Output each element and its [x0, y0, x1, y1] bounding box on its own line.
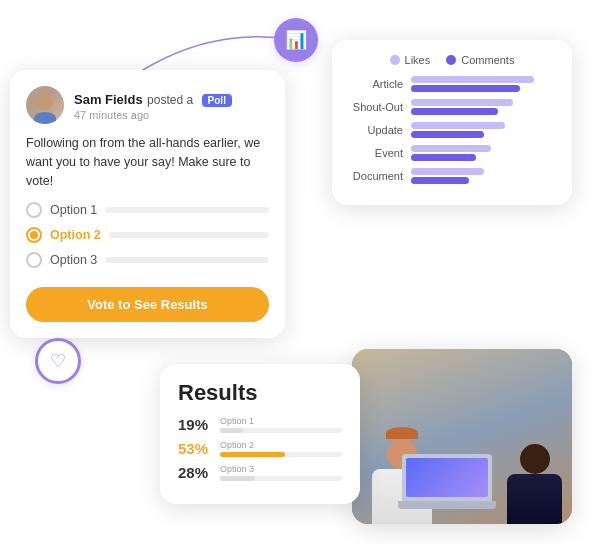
chart-bar-comments: [411, 85, 520, 92]
chart-rows: Article Shout-Out Update Event: [348, 76, 556, 184]
poll-option-label-1: Option 1: [50, 203, 97, 217]
poll-header: Sam Fields posted a Poll 47 minutes ago: [26, 86, 269, 124]
photo-card: [352, 349, 572, 524]
result-pct: 28%: [178, 464, 214, 481]
poll-option-label-2: Option 2: [50, 228, 101, 242]
result-row: 53% Option 2: [178, 440, 342, 457]
photo-people: [352, 349, 572, 524]
chart-bar-likes: [411, 122, 505, 129]
chart-bar-comments: [411, 131, 484, 138]
chart-row-bars: [411, 76, 556, 92]
poll-radio-2[interactable]: [26, 227, 42, 243]
chart-bar-likes: [411, 99, 513, 106]
comments-label: Comments: [461, 54, 514, 66]
poll-radio-3[interactable]: [26, 252, 42, 268]
posted-text: posted a: [147, 93, 193, 107]
laptop-base: [398, 501, 496, 509]
chart-row: Event: [348, 145, 556, 161]
chart-row-label: Update: [348, 124, 403, 136]
chart-bar-likes: [411, 145, 491, 152]
user-name: Sam Fields: [74, 92, 143, 107]
result-bar-fill: [220, 476, 254, 481]
stats-circle: 📊: [274, 18, 318, 62]
result-row: 19% Option 1: [178, 416, 342, 433]
person2-body: [507, 474, 562, 524]
chart-bar-comments: [411, 108, 498, 115]
chart-bar-likes: [411, 168, 484, 175]
chart-row-bars: [411, 99, 556, 115]
chart-row-bars: [411, 168, 556, 184]
scene: 📊 Sam Fields posted a Poll 47 minutes ag…: [0, 0, 592, 544]
result-row: 28% Option 3: [178, 464, 342, 481]
likes-label: Likes: [405, 54, 431, 66]
chart-row-bars: [411, 122, 556, 138]
poll-meta: Sam Fields posted a Poll 47 minutes ago: [74, 90, 269, 121]
poll-option-bar-3: [105, 257, 269, 263]
poll-meta-name: Sam Fields posted a Poll: [74, 90, 269, 108]
chart-bar-comments: [411, 177, 469, 184]
chart-row-label: Article: [348, 78, 403, 90]
poll-card: Sam Fields posted a Poll 47 minutes ago …: [10, 70, 285, 338]
vote-button[interactable]: Vote to See Results: [26, 287, 269, 322]
poll-option-bar-2: [109, 232, 269, 238]
chart-row-bars: [411, 145, 556, 161]
poll-option-3[interactable]: Option 3: [26, 252, 269, 268]
chart-row: Shout-Out: [348, 99, 556, 115]
comments-dot: [446, 55, 456, 65]
avatar-inner: [26, 86, 64, 124]
result-bar-track: [220, 476, 342, 481]
avatar-face: [34, 94, 56, 124]
result-bar-track: [220, 428, 342, 433]
result-label-bar: Option 1: [220, 416, 342, 433]
poll-option-bar-1: [105, 207, 269, 213]
result-pct: 19%: [178, 416, 214, 433]
result-label-bar: Option 2: [220, 440, 342, 457]
avatar-body: [34, 112, 56, 124]
chart-row-label: Event: [348, 147, 403, 159]
result-label-bar: Option 3: [220, 464, 342, 481]
chart-row-label: Document: [348, 170, 403, 182]
chart-card: Likes Comments Article Shout-Out Update: [332, 40, 572, 205]
result-label: Option 2: [220, 440, 342, 450]
poll-option-1[interactable]: Option 1: [26, 202, 269, 218]
heart-icon: ♡: [50, 350, 66, 372]
chart-row-label: Shout-Out: [348, 101, 403, 113]
poll-question: Following on from the all-hands earlier,…: [26, 134, 269, 190]
person2-head: [520, 444, 550, 474]
poll-badge: Poll: [202, 94, 232, 107]
legend-comments: Comments: [446, 54, 514, 66]
laptop-screen: [406, 458, 488, 497]
avatar-head: [37, 94, 53, 110]
chart-row: Document: [348, 168, 556, 184]
result-bar-fill: [220, 428, 243, 433]
laptop: [402, 454, 492, 509]
poll-option-2[interactable]: Option 2: [26, 227, 269, 243]
result-label: Option 3: [220, 464, 342, 474]
likes-dot: [390, 55, 400, 65]
results-card: Results 19% Option 1 53% Option 2 28% Op…: [160, 364, 360, 504]
poll-radio-1[interactable]: [26, 202, 42, 218]
person2: [507, 444, 562, 524]
results-title: Results: [178, 380, 342, 406]
person1-hair: [386, 427, 418, 439]
chart-row: Update: [348, 122, 556, 138]
chart-row: Article: [348, 76, 556, 92]
legend-likes: Likes: [390, 54, 431, 66]
avatar: [26, 86, 64, 124]
stats-icon: 📊: [285, 29, 307, 51]
result-bar-fill: [220, 452, 285, 457]
result-bar-track: [220, 452, 342, 457]
chart-legend: Likes Comments: [348, 54, 556, 66]
result-label: Option 1: [220, 416, 342, 426]
results-rows: 19% Option 1 53% Option 2 28% Option 3: [178, 416, 342, 481]
chart-bar-likes: [411, 76, 534, 83]
chart-bar-comments: [411, 154, 476, 161]
poll-option-label-3: Option 3: [50, 253, 97, 267]
heart-circle: ♡: [35, 338, 81, 384]
poll-time: 47 minutes ago: [74, 109, 269, 121]
result-pct: 53%: [178, 440, 214, 457]
